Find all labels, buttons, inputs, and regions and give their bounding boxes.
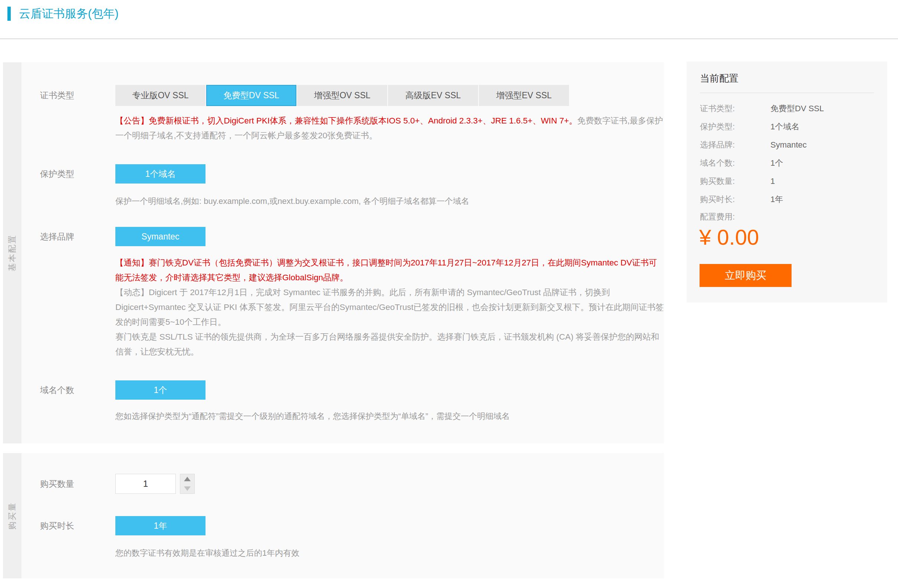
- section-strip-basic: 基本配置: [3, 62, 22, 444]
- section-strip-purchase: 购买量: [3, 453, 22, 578]
- summary-value: 1个域名: [770, 118, 800, 136]
- summary-label: 选择品牌:: [700, 136, 735, 154]
- price: ¥0.00: [699, 225, 759, 250]
- tab-ov-ssl-pro[interactable]: 专业版OV SSL: [115, 85, 206, 106]
- brand-option-symantec[interactable]: Symantec: [115, 227, 206, 246]
- quantity-label: 购买数量: [40, 474, 74, 494]
- brand-notice-symantec-intro: 赛门铁克是 SSL/TLS 证书的领先提供商，为全球一百多万台网络服务器提供安全…: [115, 330, 665, 359]
- summary-divider: [700, 93, 874, 93]
- quantity-stepper: [180, 474, 195, 494]
- title-accent-bar: [8, 7, 11, 21]
- tab-ev-ssl-advanced[interactable]: 高级版EV SSL: [388, 85, 478, 106]
- arrow-down-icon: [184, 487, 191, 491]
- summary-value: 1年: [770, 190, 783, 208]
- current-config-panel: 当前配置 证书类型: 免费型DV SSL 保护类型: 1个域名 选择品牌: Sy…: [687, 61, 887, 302]
- summary-row-cert-type: 证书类型: 免费型DV SSL: [700, 99, 874, 118]
- arrow-up-icon: [184, 477, 191, 481]
- fee-label: 配置费用:: [700, 211, 735, 223]
- duration-desc: 您的数字证书有效期是在审核通过之后的1年内有效: [115, 548, 299, 559]
- summary-row-protect-type: 保护类型: 1个域名: [700, 118, 874, 136]
- summary-row-brand: 选择品牌: Symantec: [700, 136, 874, 154]
- summary-rows: 证书类型: 免费型DV SSL 保护类型: 1个域名 选择品牌: Symante…: [700, 99, 874, 208]
- summary-label: 域名个数:: [700, 154, 735, 172]
- basic-config-section: 基本配置 证书类型 专业版OV SSL 免费型DV SSL 增强型OV SSL …: [3, 62, 664, 444]
- summary-title: 当前配置: [700, 72, 738, 85]
- header-divider: [0, 38, 898, 39]
- summary-value: Symantec: [770, 136, 807, 154]
- domain-count-label: 域名个数: [40, 381, 74, 400]
- purchase-section: 购买量 购买数量 购买时长 1年 您的数字证书有效期是在审核通过之后的1年内有效: [3, 453, 664, 578]
- brand-notice-digicert: 【动态】Digicert 于 2017年12月1日，完成对 Symantec 证…: [115, 285, 665, 330]
- page-header: 云盾证书服务(包年): [8, 6, 119, 21]
- protect-type-option-1-domain[interactable]: 1个域名: [115, 164, 206, 184]
- announcement-red-text: 【公告】免费新根证书，切入DigiCert PKI体系，兼容性如下操作系统版本I…: [115, 116, 577, 125]
- tab-ov-ssl-enhanced[interactable]: 增强型OV SSL: [297, 85, 387, 106]
- quantity-input[interactable]: [115, 474, 176, 494]
- cert-type-tabs: 专业版OV SSL 免费型DV SSL 增强型OV SSL 高级版EV SSL …: [115, 85, 570, 106]
- domain-count-desc: 您如选择保护类型为“通配符”需提交一个级别的通配符域名，您选择保护类型为“单域名…: [115, 411, 510, 422]
- summary-row-domain-count: 域名个数: 1个: [700, 154, 874, 172]
- domain-count-option-1[interactable]: 1个: [115, 381, 206, 400]
- cert-type-announcement: 【公告】免费新根证书，切入DigiCert PKI体系，兼容性如下操作系统版本I…: [115, 114, 665, 143]
- duration-label: 购买时长: [40, 516, 74, 535]
- tab-dv-ssl-free[interactable]: 免费型DV SSL: [206, 85, 296, 106]
- summary-value: 1: [770, 172, 775, 190]
- summary-value: 免费型DV SSL: [770, 99, 824, 118]
- protect-type-label: 保护类型: [40, 164, 74, 184]
- protect-type-desc: 保护一个明细域名,例如: buy.example.com,或next.buy.e…: [115, 196, 469, 207]
- summary-value: 1个: [770, 154, 783, 172]
- summary-label: 购买时长:: [700, 190, 735, 208]
- section-label-purchase: 购买量: [7, 502, 18, 530]
- summary-label: 证书类型:: [700, 99, 735, 118]
- summary-row-quantity: 购买数量: 1: [700, 172, 874, 190]
- buy-now-button[interactable]: 立即购买: [700, 264, 792, 287]
- brand-notices: 【通知】赛门铁克DV证书（包括免费证书）调整为交叉根证书，接口调整时间为2017…: [115, 255, 665, 359]
- price-currency: ¥: [699, 225, 711, 249]
- stepper-down-button[interactable]: [180, 484, 194, 493]
- price-amount: 0.00: [717, 225, 759, 249]
- summary-label: 保护类型:: [700, 118, 735, 136]
- tab-ev-ssl-enhanced[interactable]: 增强型EV SSL: [479, 85, 569, 106]
- brand-notice-red: 【通知】赛门铁克DV证书（包括免费证书）调整为交叉根证书，接口调整时间为2017…: [115, 255, 665, 285]
- summary-label: 购买数量:: [700, 172, 735, 190]
- section-label-basic: 基本配置: [7, 234, 18, 272]
- summary-row-duration: 购买时长: 1年: [700, 190, 874, 208]
- duration-option-1-year[interactable]: 1年: [115, 516, 206, 535]
- cert-type-label: 证书类型: [40, 85, 74, 106]
- stepper-up-button[interactable]: [180, 474, 194, 484]
- page-title: 云盾证书服务(包年): [19, 6, 119, 21]
- brand-label: 选择品牌: [40, 227, 74, 246]
